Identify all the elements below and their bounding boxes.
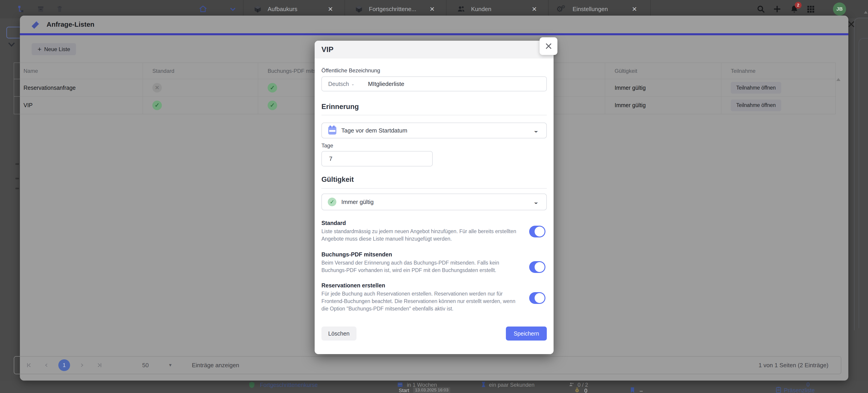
package-icon <box>253 4 263 14</box>
row-gueltigkeit: Immer gültig <box>605 79 721 96</box>
home-icon[interactable] <box>198 4 208 14</box>
validity-value: Immer gültig <box>341 199 374 206</box>
delete-button[interactable]: Löschen <box>321 327 356 340</box>
toggle-knob <box>535 262 545 272</box>
standard-toggle[interactable] <box>529 226 546 237</box>
toggle-knob <box>535 226 545 237</box>
row-standard-cell: ✓ <box>143 96 258 114</box>
new-list-label: Neue Liste <box>44 46 70 53</box>
standard-label: Standard <box>321 220 522 226</box>
row-name[interactable]: Reservationsanfrage <box>14 79 143 96</box>
reservationen-label: Reservationen erstellen <box>321 282 522 289</box>
column-header-standard[interactable]: Standard <box>143 63 258 79</box>
reminder-heading: Erinnerung <box>321 103 547 111</box>
search-icon[interactable] <box>756 4 766 14</box>
tab-close-icon[interactable]: ✕ <box>328 5 333 13</box>
tab-close-icon[interactable]: ✕ <box>430 5 435 13</box>
next-page-icon[interactable] <box>73 362 91 368</box>
calendar-icon <box>328 126 336 134</box>
column-header-gueltigkeit[interactable]: Gültigkeit <box>605 63 721 79</box>
current-page-button[interactable]: 1 <box>58 359 70 371</box>
buchungs-pdf-toggle[interactable] <box>529 261 546 273</box>
participants-count: 0 / 2 <box>578 382 588 388</box>
archive-icon[interactable] <box>36 4 46 14</box>
standard-toggle-block: Standard Liste standardmässig zu jedem n… <box>321 220 547 243</box>
background-search-field <box>6 27 22 38</box>
medal-icon <box>575 387 580 393</box>
teilnahme-button[interactable]: Teilnahme öffnen <box>731 99 781 111</box>
add-icon[interactable] <box>772 4 782 14</box>
modal-title: Anfrage-Listen <box>46 21 94 28</box>
toggle-knob <box>535 293 545 303</box>
tab-label: Einstellungen <box>572 6 608 13</box>
cross-circle-icon: ✕ <box>152 83 162 92</box>
first-page-icon[interactable] <box>20 362 38 368</box>
tab-close-icon[interactable]: ✕ <box>632 5 637 13</box>
tage-input[interactable]: 7 <box>321 151 433 167</box>
plus-icon: + <box>37 47 41 52</box>
trash-icon[interactable] <box>55 4 65 14</box>
reservationen-toggle[interactable] <box>529 292 546 304</box>
check-circle-icon: ✓ <box>328 198 336 206</box>
modal-close-icon[interactable] <box>846 19 856 29</box>
course-link[interactable]: Fortgeschrittenenkurse <box>260 382 318 388</box>
column-header-teilnahme[interactable]: Teilnahme <box>721 63 835 79</box>
section-divider <box>321 188 547 189</box>
hourglass-icon <box>481 382 486 387</box>
chevron-down-icon: ⌄ <box>533 127 539 133</box>
attendance-link[interactable]: Präsenzliste <box>784 387 815 393</box>
check-circle-icon: ✓ <box>268 83 277 92</box>
start-date-value: 13.03.2025 16:03 <box>413 387 450 393</box>
scroll-up-icon <box>864 11 868 13</box>
vip-dialog-header: VIP <box>315 41 554 58</box>
modal-header: Anfrage-Listen <box>20 16 848 33</box>
reminder-type-value: Tage vor dem Startdatum <box>341 127 407 134</box>
row-name[interactable]: VIP <box>14 96 143 114</box>
public-name-value[interactable]: MItgliederliste <box>368 81 404 88</box>
buchungs-pdf-toggle-block: Buchungs-PDF mitsenden Beim Versand der … <box>321 251 547 274</box>
close-icon <box>544 42 553 51</box>
tab-label: Aufbaukurs <box>268 6 298 13</box>
check-circle-icon: ✓ <box>152 101 162 110</box>
page-size-value[interactable]: 50 <box>142 362 149 369</box>
new-list-button[interactable]: + Neue Liste <box>32 43 76 55</box>
people-icon <box>456 4 466 14</box>
column-header-name[interactable]: Name <box>14 63 143 79</box>
reminder-type-select[interactable]: Tage vor dem Startdatum ⌄ <box>321 123 547 139</box>
page-size-caret-icon[interactable]: ▼ <box>168 363 173 368</box>
prev-page-icon[interactable] <box>38 362 55 368</box>
notification-badge: 2 <box>795 2 802 8</box>
magic-wand-icon <box>31 19 41 30</box>
save-button[interactable]: Speichern <box>506 327 547 340</box>
waitlist-count[interactable]: 0 <box>807 381 810 388</box>
buchungs-pdf-label: Buchungs-PDF mitsenden <box>321 251 522 258</box>
bookmark-icon <box>630 387 635 393</box>
package-icon <box>354 4 364 14</box>
hierarchy-icon[interactable] <box>16 4 26 14</box>
tage-label: Tage <box>321 143 547 149</box>
public-name-field[interactable]: Deutsch ⌄ MItgliederliste <box>321 77 547 91</box>
tab-label: Fortgeschrittene... <box>369 6 416 13</box>
vip-close-button[interactable] <box>539 37 557 55</box>
dialog-actions: Löschen Speichern <box>321 327 547 340</box>
chevron-down-icon: ⌄ <box>533 199 539 205</box>
participants-icon <box>569 382 575 387</box>
background-panel-edge <box>859 38 868 328</box>
table-scroll-up-icon[interactable] <box>836 78 840 81</box>
validity-select[interactable]: ✓ Immer gültig ⌄ <box>321 193 547 210</box>
reservationen-toggle-block: Reservationen erstellen Für jede Buchung… <box>321 282 547 312</box>
avatar[interactable]: JB <box>833 2 846 16</box>
row-gueltigkeit: Immer gültig <box>605 96 721 114</box>
collapse-chevron-icon[interactable] <box>228 4 238 14</box>
page-size-label: Einträge anzeigen <box>192 362 239 369</box>
last-page-icon[interactable] <box>91 362 108 368</box>
attendance-clipboard-icon <box>776 387 781 393</box>
pagination-summary: 1 von 1 Seiten (2 Einträge) <box>758 362 829 369</box>
background-list-mark <box>16 188 19 189</box>
teilnahme-button[interactable]: Teilnahme öffnen <box>731 82 781 94</box>
language-select[interactable]: Deutsch ⌄ <box>328 81 354 87</box>
tab-close-icon[interactable]: ✕ <box>532 5 537 13</box>
row-standard-cell: ✕ <box>143 79 258 96</box>
apps-grid-icon[interactable] <box>806 4 815 14</box>
tab-label: Kunden <box>471 6 491 13</box>
